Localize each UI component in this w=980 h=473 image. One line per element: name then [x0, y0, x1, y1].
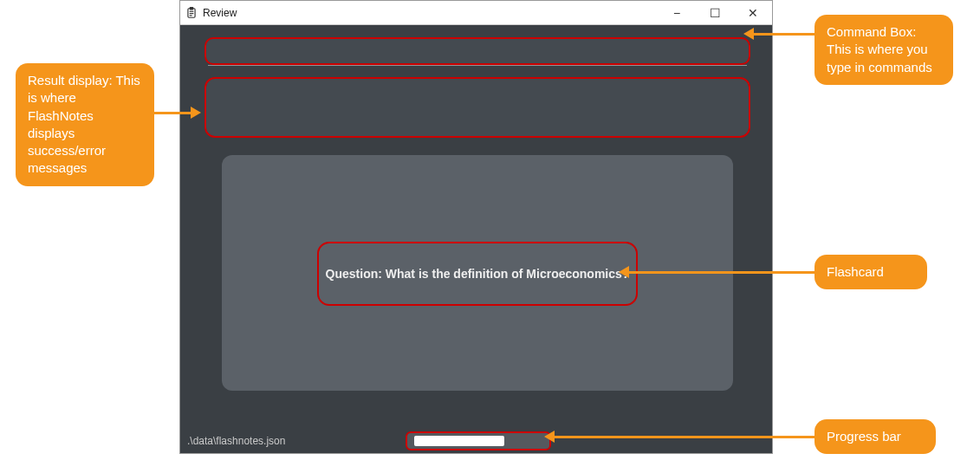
titlebar: Review − ☐ ✕ [180, 1, 772, 25]
clipboard-list-icon [185, 7, 198, 19]
callout-progress-bar: Progress bar [815, 419, 936, 454]
review-window: Review − ☐ ✕ Question: What is the defin… [179, 0, 773, 454]
maximize-icon: ☐ [710, 6, 721, 20]
arrow-line [154, 112, 191, 114]
status-path: .\data\flashnotes.json [187, 435, 285, 447]
app-body: Question: What is the definition of Micr… [180, 25, 772, 453]
window-title: Review [203, 7, 237, 19]
arrow-line [555, 436, 815, 438]
flashcard-question: Question: What is the definition of Micr… [326, 267, 630, 281]
close-button[interactable]: ✕ [734, 1, 772, 25]
arrow-head-icon [544, 431, 555, 443]
minimize-icon: − [673, 6, 680, 20]
arrow-head-icon [191, 107, 201, 119]
flashcard: Question: What is the definition of Micr… [317, 242, 638, 306]
callout-command-box: Command Box: This is where you type in c… [815, 15, 953, 85]
maximize-button[interactable]: ☐ [696, 1, 734, 25]
arrow-line [754, 33, 815, 36]
close-icon: ✕ [748, 6, 758, 20]
callout-result-display: Result display: This is where FlashNotes… [16, 63, 154, 186]
progress-fill [414, 436, 504, 446]
minimize-button[interactable]: − [658, 1, 696, 25]
command-input[interactable] [206, 39, 749, 63]
callout-flashcard: Flashcard [815, 255, 927, 289]
arrow-line [629, 271, 815, 274]
progress-bar [406, 431, 551, 450]
command-underline [208, 65, 747, 66]
statusbar: .\data\flashnotes.json [180, 429, 772, 453]
svg-rect-1 [190, 7, 193, 9]
arrow-head-icon [743, 28, 754, 40]
arrow-head-icon [619, 266, 629, 278]
command-box[interactable] [204, 37, 750, 65]
result-display [204, 77, 750, 138]
